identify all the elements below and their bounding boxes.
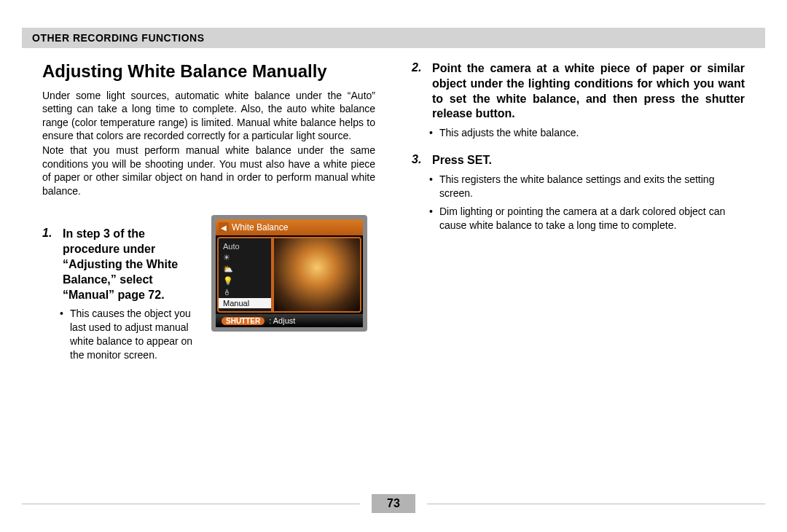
wb-option-icon-3: 💡 [223, 275, 267, 286]
step-3-sub-2: Dim lighting or pointing the camera at a… [412, 205, 745, 232]
intro-paragraph-1: Under some light sources, automatic whit… [42, 89, 375, 143]
step-2-instruction: Point the camera at a white piece of pap… [432, 61, 745, 122]
wb-option-list: Auto ☀ ⛅ 💡 🕯 Manual [217, 237, 273, 313]
camera-screen: ◀ White Balance Auto ☀ ⛅ 💡 🕯 Manual [211, 215, 367, 332]
step-2-number: 2. [412, 61, 426, 122]
step-3-sub-1: This registers the white balance setting… [412, 173, 745, 200]
footer-rule-right [427, 504, 765, 504]
footer-adjust-label: : Adjust [269, 316, 295, 325]
back-arrow-icon: ◀ [219, 222, 229, 232]
step-1-text: 1. In step 3 of the procedure under “Adj… [42, 214, 198, 362]
wb-option-icon-1: ☀ [223, 253, 267, 263]
wb-option-manual: Manual [219, 298, 271, 308]
manual-page: OTHER RECORDING FUNCTIONS Adjusting Whit… [0, 0, 787, 532]
step-3-number: 3. [412, 153, 426, 168]
camera-screen-header: ◀ White Balance [216, 219, 363, 235]
intro-paragraph-2: Note that you must perform manual white … [42, 144, 375, 197]
footer-rule-left [22, 504, 360, 504]
step-2-sub: This adjusts the white balance. [412, 126, 745, 140]
camera-screenshot: ◀ White Balance Auto ☀ ⛅ 💡 🕯 Manual [211, 215, 367, 362]
step-1-sub: This causes the object you last used to … [42, 307, 198, 362]
section-header-band: OTHER RECORDING FUNCTIONS [22, 28, 765, 48]
step-1: 1. In step 3 of the procedure under “Adj… [42, 227, 198, 302]
step-2: 2. Point the camera at a white piece of … [412, 61, 745, 122]
step-1-instruction: In step 3 of the procedure under “Adjust… [63, 227, 198, 302]
step-3: 3. Press SET. [412, 153, 745, 168]
page-title: Adjusting White Balance Manually [42, 61, 375, 82]
page-number: 73 [372, 494, 415, 513]
wb-preview-image [273, 237, 361, 313]
left-column: Adjusting White Balance Manually Under s… [42, 61, 375, 481]
section-header-label: OTHER RECORDING FUNCTIONS [22, 32, 205, 44]
step-1-row: 1. In step 3 of the procedure under “Adj… [42, 214, 375, 362]
wb-option-icon-2: ⛅ [223, 265, 267, 275]
camera-screen-title: White Balance [232, 222, 288, 232]
content-columns: Adjusting White Balance Manually Under s… [42, 61, 745, 481]
camera-screen-body: Auto ☀ ⛅ 💡 🕯 Manual [216, 235, 363, 314]
step-1-number: 1. [42, 227, 57, 302]
wb-option-icon-4: 🕯 [223, 287, 267, 297]
camera-screen-footer: SHUTTER : Adjust [216, 314, 363, 327]
step-3-instruction: Press SET. [432, 153, 492, 168]
right-column: 2. Point the camera at a white piece of … [412, 61, 745, 481]
wb-option-auto: Auto [223, 241, 267, 251]
shutter-pill: SHUTTER [222, 317, 265, 325]
